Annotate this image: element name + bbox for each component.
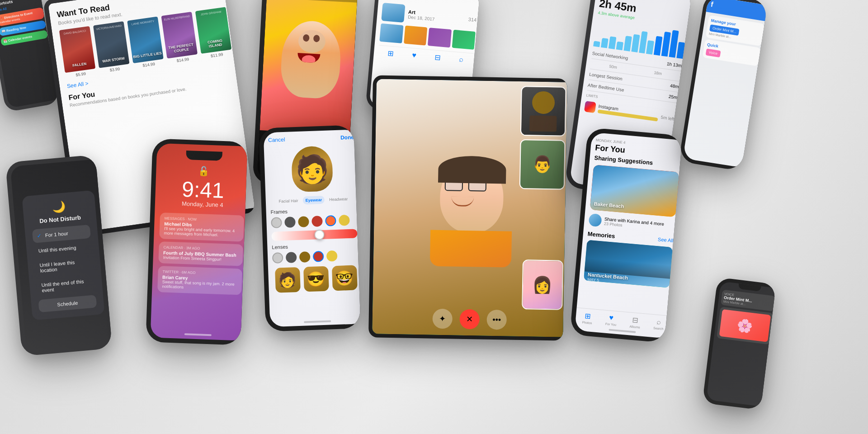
dnd-check-icon: ✓ bbox=[37, 232, 42, 239]
moments-info: Art Dec 18, 2017 bbox=[408, 9, 465, 24]
book-little-lies[interactable]: LIANE MORIARTY BIG LITTLE LIES $14.99 bbox=[127, 16, 164, 69]
lens-color-red[interactable] bbox=[313, 251, 324, 262]
moments-nav-photos[interactable]: ⊞ bbox=[387, 49, 394, 58]
memoji-frames-label: Frames bbox=[270, 206, 356, 215]
camera-viewfinder: ⚡ Aa ▦ ◈ ⊕ bbox=[260, 0, 358, 135]
dnd-title: Do Not Disturb bbox=[31, 213, 90, 225]
memoji-lenses-label: Lenses bbox=[272, 241, 358, 250]
photos-memory-card[interactable]: Nantucket Beach MAY 5 bbox=[584, 240, 673, 288]
memoji-home-indicator bbox=[304, 320, 331, 323]
frame-color-orange[interactable] bbox=[325, 215, 336, 226]
photos-memory-date: MAY 5 bbox=[587, 277, 599, 283]
memoji-tabs: Facial Hair Eyewear Headwear bbox=[270, 194, 357, 206]
dnd-moon-icon: 🌙 bbox=[30, 198, 89, 216]
photos-nav-for-you[interactable]: ♥ For You bbox=[605, 313, 617, 327]
memoji-cancel-button[interactable]: Cancel bbox=[268, 137, 285, 143]
frame-color-yellow[interactable] bbox=[339, 215, 350, 226]
photos-share-row: Share with Karina and 4 more 23 Photos bbox=[588, 213, 675, 233]
memoji-tab-eyewear[interactable]: Eyewear bbox=[302, 196, 325, 205]
frame-color-red[interactable] bbox=[311, 216, 323, 227]
memoji-sticker-3[interactable]: 🤓 bbox=[331, 265, 357, 291]
moments-nav-search[interactable]: ⌕ bbox=[459, 55, 464, 64]
facetime-more-button[interactable]: ••• bbox=[486, 310, 507, 330]
memoji-tab-headwear[interactable]: Headwear bbox=[326, 195, 351, 204]
lens-color-clear[interactable] bbox=[272, 252, 283, 264]
lock-icon: 🔓 bbox=[161, 164, 246, 178]
st-bar-2 bbox=[601, 38, 609, 48]
moments-grid-item[interactable] bbox=[428, 28, 452, 47]
facetime-thumbnails: 👨 bbox=[519, 86, 566, 190]
photos-nav-photos[interactable]: ⊞ Photos bbox=[582, 311, 593, 325]
memoji-tab-facial-hair[interactable]: Facial Hair bbox=[276, 197, 301, 206]
dnd-popup: 🌙 Do Not Disturb ✓ For 1 hour Until this… bbox=[22, 190, 104, 320]
book-perfect-couple[interactable]: ELIN HILDERBRAND THE PERFECT COUPLE $14.… bbox=[161, 12, 198, 64]
facetime-end-call-button[interactable]: ✕ bbox=[459, 309, 480, 330]
frame-color-silver[interactable] bbox=[271, 217, 282, 228]
dnd-option-location[interactable]: Until I leave this location bbox=[35, 254, 94, 277]
memoji-sticker-2[interactable]: 😎 bbox=[303, 266, 329, 292]
instagram-time-left: 5m left bbox=[660, 114, 675, 121]
ipad-facetime-device: 👨 👩 ✦ ✕ ••• bbox=[368, 75, 567, 340]
facetime-thumb-2: 👨 bbox=[519, 139, 566, 190]
frame-color-brown[interactable] bbox=[298, 216, 309, 227]
st-bar-4 bbox=[616, 42, 623, 51]
facetime-main-view: 👨 👩 ✦ ✕ ••• bbox=[372, 79, 567, 337]
photos-sharing-card[interactable]: Baker Beach bbox=[590, 165, 679, 217]
facetime-controls: ✦ ✕ ••• bbox=[432, 309, 507, 330]
book-war-storm[interactable]: VICTORIA AVEYARD WAR STORM $3.99 bbox=[93, 21, 130, 74]
dnd-option-label: Until this evening bbox=[38, 245, 76, 253]
dnd-option-label: For 1 hour bbox=[45, 231, 68, 238]
st-bar-8 bbox=[646, 40, 654, 55]
lens-color-yellow[interactable] bbox=[326, 250, 338, 262]
iphone-facebook-device: f Manage your Order Mint M... Mini Marbl… bbox=[679, 0, 768, 171]
moments-grid-item[interactable] bbox=[404, 25, 428, 45]
photos-memories-title: Memories bbox=[587, 231, 615, 240]
st-bar-6 bbox=[631, 34, 640, 52]
photos-home-indicator bbox=[609, 329, 636, 333]
moments-grid-item[interactable] bbox=[452, 30, 476, 50]
fb-quick-button[interactable]: Voice bbox=[706, 48, 721, 57]
iphone-memoji-device: Cancel Done 🧑 Facial Hair Eyewear Headwe… bbox=[259, 125, 361, 331]
book-coming-island[interactable]: JOHN GRISHAM COMING ISLAND $11.99 bbox=[195, 7, 232, 59]
lock-screen-time: 9:41 bbox=[160, 178, 245, 202]
iphone-lock-screen-device: 🔓 9:41 Monday, June 4 MESSAGES · now Mic… bbox=[146, 138, 248, 345]
photos-nav-search[interactable]: ⌕ Search bbox=[653, 317, 665, 331]
st-bar-5 bbox=[623, 36, 632, 52]
memoji-done-button[interactable]: Done bbox=[340, 134, 354, 141]
book-fallen[interactable]: DAVID BALDACCI FALLEN $5.99 bbox=[59, 26, 96, 79]
lock-notification-messages[interactable]: MESSAGES · now Michael Dibs I'll see you… bbox=[159, 212, 244, 241]
frame-color-dark[interactable] bbox=[284, 217, 296, 228]
moments-grid-item[interactable] bbox=[379, 24, 403, 43]
x-content: VOICE Order Mint M... Mini Marble at... … bbox=[713, 287, 776, 349]
st-bar-3 bbox=[609, 36, 617, 49]
memoji-avatar: 🧑 bbox=[291, 146, 333, 192]
photos-see-all[interactable]: See All bbox=[657, 236, 673, 245]
dnd-schedule-button[interactable]: Schedule bbox=[38, 295, 97, 312]
memoji-lens-colors bbox=[272, 250, 359, 264]
memoji-stickers: 🧑 😎 🤓 bbox=[273, 265, 359, 293]
instagram-icon bbox=[584, 101, 596, 113]
st-bar-12 bbox=[676, 42, 685, 59]
memoji-sticker-1[interactable]: 🧑 bbox=[275, 267, 301, 293]
iphone-dnd-device: 🌙 Do Not Disturb ✓ For 1 hour Until this… bbox=[5, 155, 113, 356]
facetime-effects-button[interactable]: ✦ bbox=[432, 309, 453, 329]
moments-nav-for-you[interactable]: ♥ bbox=[412, 51, 417, 60]
facebook-logo: f bbox=[710, 0, 714, 9]
lens-color-brown[interactable] bbox=[299, 251, 311, 263]
moments-nav-albums[interactable]: ⊟ bbox=[434, 53, 441, 62]
memoji-header: Cancel Done bbox=[268, 134, 354, 143]
dnd-option-1-hour[interactable]: ✓ For 1 hour bbox=[32, 224, 91, 243]
iphone-x-right-device: VOICE Order Mint M... Mini Marble at... … bbox=[702, 277, 776, 410]
photos-nav-albums[interactable]: ⊟ Albums bbox=[629, 316, 641, 329]
x-card-2: 🌸 bbox=[717, 307, 774, 344]
photos-share-avatar bbox=[588, 213, 602, 227]
memoji-frame-slider[interactable] bbox=[271, 229, 358, 241]
dnd-option-label: Until the end of this event bbox=[41, 278, 91, 293]
lock-notification-twitter[interactable]: TWITTER · 6m ago Brian Carey Sweet stuff… bbox=[157, 266, 242, 295]
facetime-self-view: 👩 bbox=[522, 259, 563, 310]
lock-screen-notch bbox=[186, 151, 222, 161]
dnd-option-event[interactable]: Until the end of this event bbox=[36, 274, 95, 297]
dnd-option-label: Until I leave this location bbox=[39, 258, 89, 273]
lock-notification-calendar[interactable]: CALENDAR · 3m ago Fourth of July BBQ Sum… bbox=[158, 241, 243, 266]
lens-color-dark[interactable] bbox=[286, 252, 297, 263]
